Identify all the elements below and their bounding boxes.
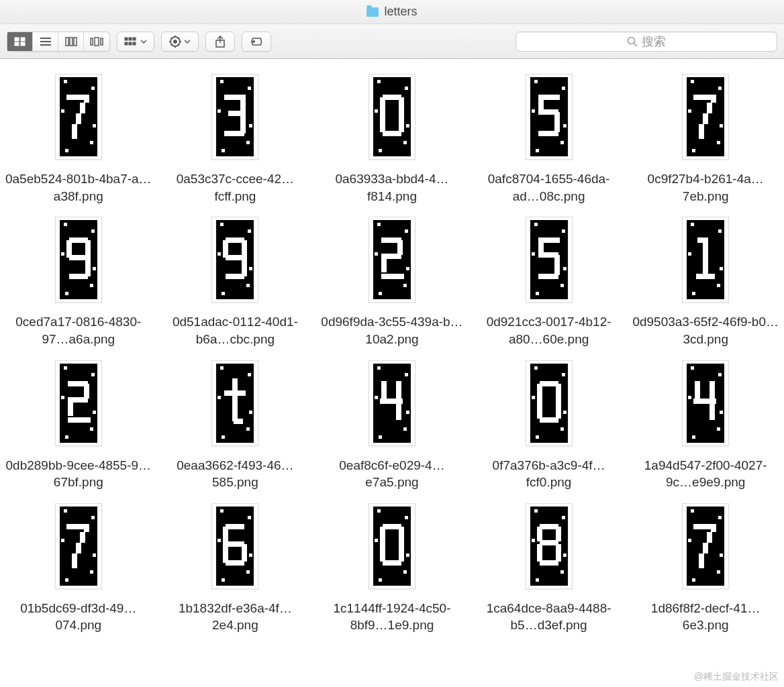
file-name-label[interactable]: 0eaf8c6f-e029-4…e7a5.png (318, 457, 466, 491)
file-name-label[interactable]: 0a63933a-bbd4-4…f814.png (318, 170, 466, 205)
file-thumbnail[interactable] (682, 360, 729, 446)
file-item[interactable]: 01b5dc69-df3d-49…074.png (0, 495, 157, 634)
svg-rect-14 (129, 38, 132, 40)
action-button[interactable] (161, 32, 199, 52)
arrange-button[interactable] (117, 32, 154, 52)
file-thumbnail[interactable] (682, 503, 729, 589)
folder-icon (366, 7, 379, 17)
file-thumbnail[interactable] (369, 503, 415, 589)
file-item[interactable]: 0d9503a3-65f2-46f9-b0…3cd.png (627, 209, 784, 348)
file-item[interactable]: 0f7a376b-a3c9-4f…fcf0.png (471, 352, 628, 491)
file-thumbnail[interactable] (369, 360, 415, 446)
svg-rect-0 (15, 38, 19, 41)
svg-rect-8 (70, 38, 72, 46)
search-field[interactable]: 搜索 (516, 32, 777, 52)
file-thumbnail[interactable] (55, 503, 102, 589)
file-name-label[interactable]: 1ca64dce-8aa9-4488-b5…d3ef.png (475, 600, 623, 634)
file-name-label[interactable]: 0a5eb524-801b-4ba7-a…a38f.png (5, 170, 152, 205)
file-name-label[interactable]: 1b1832df-e36a-4f…2e4.png (161, 600, 309, 634)
file-name-label[interactable]: 0d96f9da-3c55-439a-b…10a2.png (318, 313, 466, 348)
window-title: letters (384, 5, 417, 19)
file-name-label[interactable]: 0eaa3662-f493-46…585.png (161, 457, 309, 491)
file-item[interactable]: 0c9f27b4-b261-4a…7eb.png (627, 66, 784, 205)
file-thumbnail[interactable] (369, 217, 415, 303)
search-placeholder: 搜索 (642, 34, 666, 50)
file-name-label[interactable]: 0d51adac-0112-40d1-b6a…cbc.png (161, 313, 309, 348)
tags-button[interactable] (242, 32, 271, 52)
file-thumbnail[interactable] (369, 74, 415, 160)
file-item[interactable]: 1b1832df-e36a-4f…2e4.png (157, 495, 314, 634)
list-view-button[interactable] (33, 32, 58, 51)
svg-rect-11 (95, 38, 99, 46)
svg-rect-16 (125, 42, 128, 45)
file-item[interactable]: 0a5eb524-801b-4ba7-a…a38f.png (0, 66, 157, 205)
file-name-label[interactable]: 0f7a376b-a3c9-4f…fcf0.png (475, 457, 623, 491)
file-item[interactable]: 0ced7a17-0816-4830-97…a6a.png (0, 209, 157, 348)
file-item[interactable]: 1a94d547-2f00-4027-9c…e9e9.png (627, 352, 784, 491)
column-view-button[interactable] (58, 32, 84, 51)
svg-rect-7 (66, 38, 68, 46)
file-item[interactable]: 1c1144ff-1924-4c50-8bf9…1e9.png (313, 495, 471, 634)
svg-point-20 (174, 40, 177, 43)
view-mode-segmented[interactable] (7, 32, 110, 52)
file-item[interactable]: 0a53c37c-ccee-42…fcff.png (157, 66, 314, 205)
svg-rect-2 (15, 42, 19, 46)
file-thumbnail[interactable] (682, 74, 729, 160)
file-thumbnail[interactable] (211, 217, 258, 303)
file-item[interactable]: 0d51adac-0112-40d1-b6a…cbc.png (157, 209, 314, 348)
file-item[interactable]: 0db289bb-9cee-4855-9…67bf.png (0, 352, 157, 491)
file-thumbnail[interactable] (682, 217, 729, 303)
file-name-label[interactable]: 0db289bb-9cee-4855-9…67bf.png (5, 457, 152, 491)
file-name-label[interactable]: 1a94d547-2f00-4027-9c…e9e9.png (632, 457, 779, 491)
toolbar: 搜索 (0, 24, 784, 59)
file-thumbnail[interactable] (526, 360, 573, 446)
file-item[interactable]: 0a63933a-bbd4-4…f814.png (313, 66, 471, 205)
file-name-label[interactable]: 0a53c37c-ccee-42…fcff.png (161, 170, 309, 205)
file-thumbnail[interactable] (211, 360, 258, 446)
file-thumbnail[interactable] (55, 74, 102, 160)
svg-rect-9 (74, 38, 77, 46)
file-thumbnail[interactable] (526, 217, 573, 303)
file-thumbnail[interactable] (55, 360, 102, 446)
file-name-label[interactable]: 01b5dc69-df3d-49…074.png (5, 600, 152, 634)
file-thumbnail[interactable] (211, 74, 258, 160)
file-name-label[interactable]: 0d921cc3-0017-4b12-a80…60e.png (475, 313, 623, 348)
icon-view-button[interactable] (7, 32, 33, 51)
svg-rect-18 (133, 42, 136, 45)
file-name-label[interactable]: 0ced7a17-0816-4830-97…a6a.png (5, 313, 152, 348)
file-item[interactable]: 1d86f8f2-decf-41…6e3.png (627, 495, 784, 634)
file-thumbnail[interactable] (211, 503, 258, 589)
file-item[interactable]: 0eaf8c6f-e029-4…e7a5.png (313, 352, 471, 491)
file-name-label[interactable]: 1c1144ff-1924-4c50-8bf9…1e9.png (318, 600, 466, 634)
file-item[interactable]: 1ca64dce-8aa9-4488-b5…d3ef.png (471, 495, 628, 634)
file-item[interactable]: 0d96f9da-3c55-439a-b…10a2.png (313, 209, 471, 348)
svg-line-33 (634, 43, 638, 46)
svg-rect-3 (21, 42, 25, 46)
svg-point-31 (253, 40, 255, 42)
gallery-view-button[interactable] (84, 32, 109, 51)
file-item[interactable]: 0afc8704-1655-46da-ad…08c.png (471, 66, 628, 205)
file-name-label[interactable]: 0afc8704-1655-46da-ad…08c.png (475, 170, 623, 205)
file-item[interactable]: 0eaa3662-f493-46…585.png (157, 352, 314, 491)
svg-rect-17 (129, 42, 132, 45)
file-item[interactable]: 0d921cc3-0017-4b12-a80…60e.png (471, 209, 628, 348)
file-name-label[interactable]: 0c9f27b4-b261-4a…7eb.png (632, 170, 779, 205)
svg-rect-12 (101, 38, 103, 45)
file-thumbnail[interactable] (526, 74, 573, 160)
file-grid-area: 0a5eb524-801b-4ba7-a…a38f.png0a53c37c-cc… (0, 59, 784, 687)
svg-rect-15 (133, 38, 136, 40)
svg-rect-10 (91, 38, 93, 45)
search-icon (627, 36, 638, 47)
share-button[interactable] (205, 32, 235, 52)
file-thumbnail[interactable] (526, 503, 573, 589)
file-name-label[interactable]: 0d9503a3-65f2-46f9-b0…3cd.png (632, 313, 779, 348)
titlebar: letters (0, 0, 784, 24)
svg-point-32 (628, 37, 635, 44)
svg-rect-1 (21, 38, 25, 41)
file-name-label[interactable]: 1d86f8f2-decf-41…6e3.png (632, 600, 779, 634)
watermark-text: @稀土掘金技术社区 (694, 671, 779, 683)
file-thumbnail[interactable] (55, 217, 102, 303)
svg-rect-13 (125, 38, 128, 40)
